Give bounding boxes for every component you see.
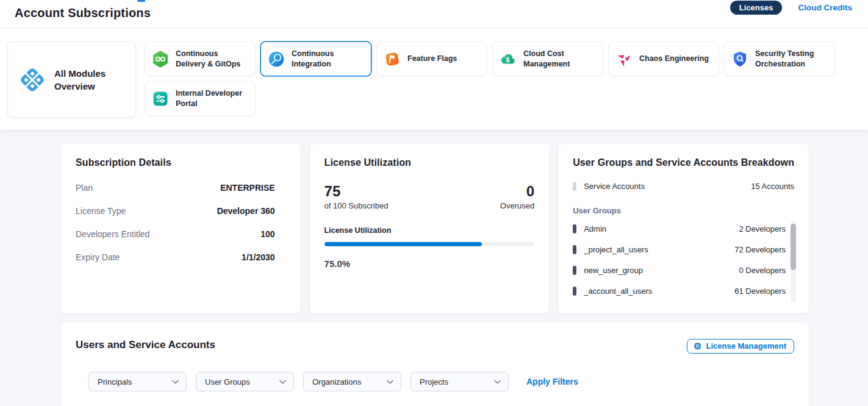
detail-label: License Type bbox=[76, 206, 126, 216]
subscription-detail-rows: Plan ENTERPRISE License Type Developer 3… bbox=[76, 183, 286, 262]
user-group-marker bbox=[573, 287, 576, 296]
user-group-marker bbox=[573, 245, 576, 254]
users-section-header: Users and Service Accounts ⚙ License Man… bbox=[76, 339, 794, 354]
module-card-feature-flags[interactable]: Feature Flags bbox=[376, 41, 487, 76]
user-group-row: _account_all_users 61 Developers bbox=[573, 280, 786, 301]
scrollbar-track[interactable] bbox=[791, 221, 796, 302]
detail-row-expiry-date: Expiry Date 1/1/2030 bbox=[76, 252, 275, 262]
sto-icon bbox=[731, 51, 748, 68]
module-label: Internal Developer Portal bbox=[176, 88, 248, 109]
user-group-row: _project_all_users 72 Developers bbox=[573, 239, 786, 260]
page-header: Account Subscriptions Licenses Cloud Cre… bbox=[0, 0, 868, 29]
organizations-dropdown[interactable]: Organizations bbox=[303, 372, 401, 391]
user-group-name: Admin bbox=[584, 224, 606, 233]
user-group-marker bbox=[573, 224, 576, 233]
chaos-icon bbox=[615, 51, 633, 68]
license-utilization-title: License Utilization bbox=[325, 157, 535, 168]
chevron-down-icon bbox=[387, 380, 393, 384]
chevron-down-icon bbox=[494, 380, 501, 384]
breakdown-title: User Groups and Service Accounts Breakdo… bbox=[573, 157, 794, 168]
page-title: Account Subscriptions bbox=[15, 6, 151, 20]
subscription-details-card: Subscription Details Plan ENTERPRISE Lic… bbox=[61, 144, 301, 313]
module-card-cloud-cost[interactable]: $ Cloud Cost Management bbox=[492, 41, 603, 76]
idp-icon bbox=[152, 90, 169, 107]
projects-dropdown-value: Projects bbox=[420, 377, 448, 386]
user-group-count: 72 Developers bbox=[734, 245, 786, 254]
module-label: Continuous Delivery & GitOps bbox=[176, 49, 248, 69]
utilization-progress-track bbox=[325, 242, 535, 246]
detail-row-plan: Plan ENTERPRISE bbox=[76, 183, 275, 193]
utilization-bar-label: License Utilization bbox=[325, 226, 535, 235]
top-section: Account Subscriptions Licenses Cloud Cre… bbox=[0, 0, 868, 130]
user-group-list: Admin 2 Developers _project_all_users 72… bbox=[573, 218, 794, 301]
module-label: Security Testing Orchestration bbox=[755, 49, 828, 69]
users-service-accounts-card: Users and Service Accounts ⚙ License Man… bbox=[61, 323, 809, 406]
user-group-marker bbox=[573, 266, 576, 275]
cloud-cost-icon: $ bbox=[500, 51, 517, 68]
cloud-credits-tab[interactable]: Cloud Credits bbox=[798, 3, 852, 12]
user-group-name: _account_all_users bbox=[584, 287, 652, 296]
license-utilization-card: License Utilization 75 of 100 Subscribed… bbox=[310, 144, 550, 313]
subscribed-caption: of 100 Subscribed bbox=[325, 201, 389, 210]
user-group-count: 61 Developers bbox=[734, 287, 786, 296]
user-group-count: 2 Developers bbox=[739, 224, 786, 233]
detail-row-license-type: License Type Developer 360 bbox=[76, 206, 275, 216]
usage-summary-row: 75 of 100 Subscribed 0 Overused bbox=[325, 183, 535, 210]
gear-icon: ⚙ bbox=[694, 341, 701, 351]
chevron-down-icon bbox=[279, 380, 286, 384]
apply-filters-link[interactable]: Apply Filters bbox=[526, 377, 578, 386]
projects-dropdown[interactable]: Projects bbox=[411, 372, 509, 391]
svg-text:$: $ bbox=[506, 56, 509, 63]
subscription-details-title: Subscription Details bbox=[76, 157, 286, 168]
license-management-label: License Management bbox=[706, 341, 787, 351]
detail-label: Plan bbox=[76, 183, 93, 193]
user-groups-dropdown[interactable]: User Groups bbox=[196, 372, 294, 391]
detail-value: 1/1/2030 bbox=[242, 252, 275, 262]
module-grid: Continuous Delivery & GitOps Continuous … bbox=[145, 41, 861, 118]
scrollbar-thumb[interactable] bbox=[791, 224, 796, 270]
module-label: Cloud Cost Management bbox=[523, 49, 596, 69]
subscribed-count: 75 bbox=[325, 183, 389, 199]
module-card-chaos-engineering[interactable]: Chaos Engineering bbox=[608, 41, 719, 76]
service-accounts-marker bbox=[573, 182, 576, 191]
modules-bar: All Modules Overview Continuous Delivery… bbox=[0, 29, 868, 130]
user-groups-dropdown-value: User Groups bbox=[205, 377, 250, 386]
user-group-count: 0 Developers bbox=[739, 266, 786, 275]
principals-dropdown[interactable]: Principals bbox=[88, 372, 187, 391]
user-group-row: new_user_group 0 Developers bbox=[573, 260, 786, 280]
breakdown-card: User Groups and Service Accounts Breakdo… bbox=[558, 144, 809, 313]
principals-dropdown-value: Principals bbox=[98, 377, 132, 386]
user-group-name: new_user_group bbox=[584, 266, 643, 275]
module-card-sto[interactable]: Security Testing Orchestration bbox=[724, 41, 835, 76]
module-card-cd-gitops[interactable]: Continuous Delivery & GitOps bbox=[145, 41, 256, 76]
all-modules-icon bbox=[19, 66, 46, 93]
detail-value: Developer 360 bbox=[217, 206, 275, 216]
license-management-button[interactable]: ⚙ License Management bbox=[687, 339, 794, 354]
module-card-continuous-integration[interactable]: Continuous Integration bbox=[260, 41, 371, 76]
license-utilization-fill bbox=[325, 242, 482, 246]
user-group-name: _project_all_users bbox=[584, 245, 648, 254]
users-section-title: Users and Service Accounts bbox=[76, 339, 215, 351]
module-card-idp[interactable]: Internal Developer Portal bbox=[145, 81, 256, 116]
detail-value: 100 bbox=[260, 229, 274, 239]
overused-stat: 0 Overused bbox=[500, 183, 534, 210]
module-label: Continuous Integration bbox=[292, 49, 364, 69]
service-accounts-count: 15 Accounts bbox=[751, 182, 794, 191]
user-groups-heading: User Groups bbox=[573, 206, 794, 215]
utilization-percent: 75.0% bbox=[325, 258, 535, 269]
account-subscriptions-page: Account Subscriptions Licenses Cloud Cre… bbox=[0, 0, 868, 406]
licenses-tab[interactable]: Licenses bbox=[730, 1, 783, 15]
cd-gitops-icon bbox=[152, 51, 169, 68]
all-modules-overview-card[interactable]: All Modules Overview bbox=[7, 41, 136, 118]
service-accounts-label: Service Accounts bbox=[584, 182, 645, 191]
user-group-row: Admin 2 Developers bbox=[573, 218, 786, 239]
module-label: Chaos Engineering bbox=[639, 54, 709, 64]
chevron-down-icon bbox=[172, 380, 179, 384]
clipped-nav-fragment bbox=[137, 0, 145, 2]
summary-cards-row: Subscription Details Plan ENTERPRISE Lic… bbox=[61, 144, 809, 313]
filters-row: Principals User Groups Organizations Pro… bbox=[76, 372, 794, 391]
subscribed-stat: 75 of 100 Subscribed bbox=[325, 183, 389, 210]
service-accounts-row: Service Accounts 15 Accounts bbox=[573, 182, 794, 191]
header-tabs: Licenses Cloud Credits bbox=[730, 0, 852, 15]
detail-label: Developers Entitled bbox=[76, 229, 149, 239]
